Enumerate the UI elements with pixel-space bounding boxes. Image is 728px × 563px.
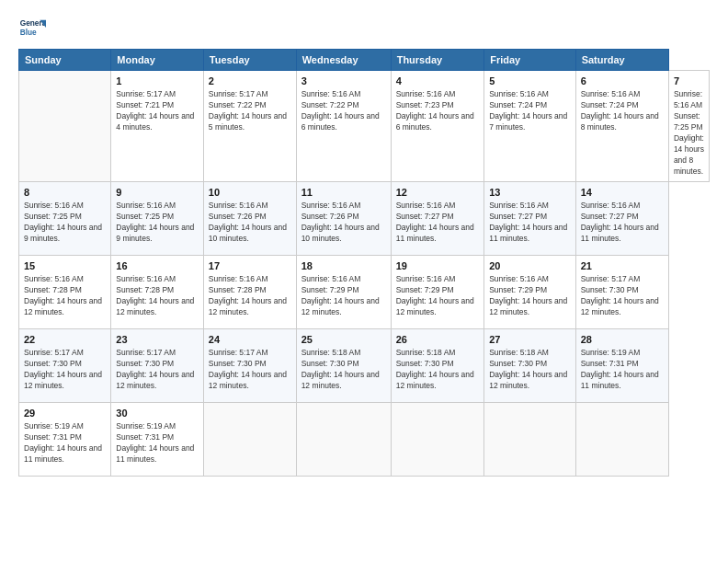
header-cell-wednesday: Wednesday xyxy=(296,50,391,71)
header-cell-monday: Monday xyxy=(111,50,204,71)
day-info: Sunrise: 5:17 AMSunset: 7:21 PMDaylight:… xyxy=(116,89,199,133)
day-number: 12 xyxy=(396,186,480,200)
day-info: Sunrise: 5:16 AMSunset: 7:26 PMDaylight:… xyxy=(209,201,291,245)
day-cell: 6Sunrise: 5:16 AMSunset: 7:24 PMDaylight… xyxy=(575,71,668,182)
day-number: 20 xyxy=(489,259,570,273)
day-info: Sunrise: 5:16 AMSunset: 7:27 PMDaylight:… xyxy=(581,201,664,245)
day-number: 1 xyxy=(116,75,199,88)
day-cell: 27Sunrise: 5:18 AMSunset: 7:30 PMDayligh… xyxy=(484,328,575,402)
day-cell xyxy=(391,402,484,476)
logo-icon: General Blue xyxy=(18,14,46,41)
day-info: Sunrise: 5:16 AMSunset: 7:25 PMDaylight:… xyxy=(116,201,199,245)
header-cell-saturday: Saturday xyxy=(575,50,668,71)
day-number: 13 xyxy=(489,186,570,200)
header-cell-sunday: Sunday xyxy=(19,50,111,71)
header-row: SundayMondayTuesdayWednesdayThursdayFrid… xyxy=(19,50,710,71)
day-cell: 11Sunrise: 5:16 AMSunset: 7:26 PMDayligh… xyxy=(296,181,391,255)
day-number: 15 xyxy=(24,259,106,273)
calendar-header: SundayMondayTuesdayWednesdayThursdayFrid… xyxy=(19,50,710,71)
day-info: Sunrise: 5:17 AMSunset: 7:30 PMDaylight:… xyxy=(24,348,106,392)
day-cell: 20Sunrise: 5:16 AMSunset: 7:29 PMDayligh… xyxy=(484,255,575,328)
day-cell: 28Sunrise: 5:19 AMSunset: 7:31 PMDayligh… xyxy=(575,328,668,402)
day-info: Sunrise: 5:16 AMSunset: 7:25 PMDaylight:… xyxy=(24,201,106,245)
svg-text:Blue: Blue xyxy=(20,28,37,37)
day-info: Sunrise: 5:16 AMSunset: 7:28 PMDaylight:… xyxy=(116,274,199,318)
day-info: Sunrise: 5:18 AMSunset: 7:30 PMDaylight:… xyxy=(489,348,570,392)
day-number: 8 xyxy=(24,186,106,200)
day-cell: 9Sunrise: 5:16 AMSunset: 7:25 PMDaylight… xyxy=(111,181,204,255)
header: General Blue xyxy=(18,14,710,41)
day-info: Sunrise: 5:17 AMSunset: 7:30 PMDaylight:… xyxy=(116,348,199,392)
day-number: 2 xyxy=(209,75,291,88)
day-number: 28 xyxy=(581,333,664,347)
day-cell: 12Sunrise: 5:16 AMSunset: 7:27 PMDayligh… xyxy=(391,181,484,255)
day-cell xyxy=(575,402,668,476)
day-cell xyxy=(296,402,391,476)
day-number: 9 xyxy=(116,186,199,200)
day-number: 10 xyxy=(209,186,291,200)
day-info: Sunrise: 5:16 AMSunset: 7:29 PMDaylight:… xyxy=(301,274,386,318)
day-info: Sunrise: 5:19 AMSunset: 7:31 PMDaylight:… xyxy=(116,421,199,465)
day-info: Sunrise: 5:16 AMSunset: 7:27 PMDaylight:… xyxy=(489,201,570,245)
week-row-4: 22Sunrise: 5:17 AMSunset: 7:30 PMDayligh… xyxy=(19,328,710,402)
day-info: Sunrise: 5:16 AMSunset: 7:22 PMDaylight:… xyxy=(301,89,386,133)
day-info: Sunrise: 5:16 AMSunset: 7:26 PMDaylight:… xyxy=(301,201,386,245)
day-number: 22 xyxy=(24,333,106,347)
day-cell: 23Sunrise: 5:17 AMSunset: 7:30 PMDayligh… xyxy=(111,328,204,402)
day-number: 3 xyxy=(301,75,386,88)
day-number: 16 xyxy=(116,259,199,273)
day-cell: 25Sunrise: 5:18 AMSunset: 7:30 PMDayligh… xyxy=(296,328,391,402)
day-number: 27 xyxy=(489,333,570,347)
calendar-body: 1Sunrise: 5:17 AMSunset: 7:21 PMDaylight… xyxy=(19,71,710,477)
day-number: 25 xyxy=(301,333,386,347)
day-info: Sunrise: 5:18 AMSunset: 7:30 PMDaylight:… xyxy=(396,348,480,392)
day-info: Sunrise: 5:16 AMSunset: 7:25 PMDaylight:… xyxy=(674,89,704,177)
day-cell: 17Sunrise: 5:16 AMSunset: 7:28 PMDayligh… xyxy=(203,255,296,328)
day-number: 17 xyxy=(209,259,291,273)
day-info: Sunrise: 5:16 AMSunset: 7:29 PMDaylight:… xyxy=(396,274,480,318)
day-cell: 30Sunrise: 5:19 AMSunset: 7:31 PMDayligh… xyxy=(111,402,204,476)
day-info: Sunrise: 5:18 AMSunset: 7:30 PMDaylight:… xyxy=(301,348,386,392)
day-number: 29 xyxy=(24,407,106,420)
day-cell: 22Sunrise: 5:17 AMSunset: 7:30 PMDayligh… xyxy=(19,328,111,402)
day-cell: 19Sunrise: 5:16 AMSunset: 7:29 PMDayligh… xyxy=(391,255,484,328)
day-cell: 5Sunrise: 5:16 AMSunset: 7:24 PMDaylight… xyxy=(484,71,575,182)
day-info: Sunrise: 5:16 AMSunset: 7:27 PMDaylight:… xyxy=(396,201,480,245)
day-cell: 15Sunrise: 5:16 AMSunset: 7:28 PMDayligh… xyxy=(19,255,111,328)
day-info: Sunrise: 5:19 AMSunset: 7:31 PMDaylight:… xyxy=(581,348,664,392)
day-cell: 24Sunrise: 5:17 AMSunset: 7:30 PMDayligh… xyxy=(203,328,296,402)
day-info: Sunrise: 5:16 AMSunset: 7:24 PMDaylight:… xyxy=(489,89,570,133)
day-info: Sunrise: 5:17 AMSunset: 7:30 PMDaylight:… xyxy=(581,274,664,318)
day-info: Sunrise: 5:16 AMSunset: 7:29 PMDaylight:… xyxy=(489,274,570,318)
day-cell: 18Sunrise: 5:16 AMSunset: 7:29 PMDayligh… xyxy=(296,255,391,328)
day-cell: 26Sunrise: 5:18 AMSunset: 7:30 PMDayligh… xyxy=(391,328,484,402)
day-number: 7 xyxy=(674,75,704,88)
day-number: 6 xyxy=(581,75,664,88)
day-cell: 3Sunrise: 5:16 AMSunset: 7:22 PMDaylight… xyxy=(296,71,391,182)
day-cell xyxy=(203,402,296,476)
day-cell: 2Sunrise: 5:17 AMSunset: 7:22 PMDaylight… xyxy=(203,71,296,182)
day-number: 26 xyxy=(396,333,480,347)
day-cell: 8Sunrise: 5:16 AMSunset: 7:25 PMDaylight… xyxy=(19,181,111,255)
week-row-3: 15Sunrise: 5:16 AMSunset: 7:28 PMDayligh… xyxy=(19,255,710,328)
day-info: Sunrise: 5:17 AMSunset: 7:22 PMDaylight:… xyxy=(209,89,291,133)
day-number: 4 xyxy=(396,75,480,88)
day-number: 11 xyxy=(301,186,386,200)
logo: General Blue xyxy=(18,14,50,41)
day-cell: 21Sunrise: 5:17 AMSunset: 7:30 PMDayligh… xyxy=(575,255,668,328)
day-info: Sunrise: 5:16 AMSunset: 7:28 PMDaylight:… xyxy=(209,274,291,318)
week-row-2: 8Sunrise: 5:16 AMSunset: 7:25 PMDaylight… xyxy=(19,181,710,255)
day-cell: 4Sunrise: 5:16 AMSunset: 7:23 PMDaylight… xyxy=(391,71,484,182)
day-cell: 7Sunrise: 5:16 AMSunset: 7:25 PMDaylight… xyxy=(668,71,709,182)
day-cell xyxy=(484,402,575,476)
day-info: Sunrise: 5:16 AMSunset: 7:23 PMDaylight:… xyxy=(396,89,480,133)
day-number: 14 xyxy=(581,186,664,200)
day-number: 21 xyxy=(581,259,664,273)
day-info: Sunrise: 5:16 AMSunset: 7:28 PMDaylight:… xyxy=(24,274,106,318)
day-cell: 16Sunrise: 5:16 AMSunset: 7:28 PMDayligh… xyxy=(111,255,204,328)
calendar-page: General Blue SundayMondayTuesdayWednesda… xyxy=(0,0,728,563)
day-cell: 29Sunrise: 5:19 AMSunset: 7:31 PMDayligh… xyxy=(19,402,111,476)
day-number: 24 xyxy=(209,333,291,347)
day-cell: 10Sunrise: 5:16 AMSunset: 7:26 PMDayligh… xyxy=(203,181,296,255)
day-info: Sunrise: 5:19 AMSunset: 7:31 PMDaylight:… xyxy=(24,421,106,465)
